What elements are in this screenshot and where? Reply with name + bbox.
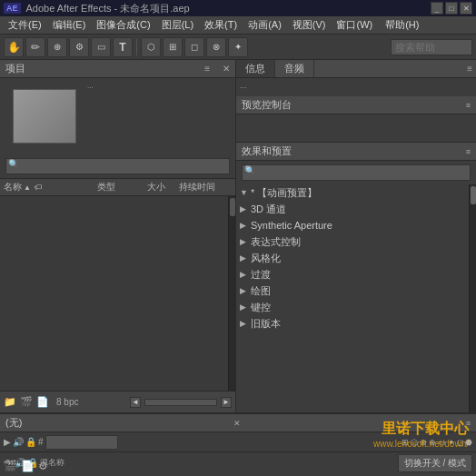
scroll-left-btn[interactable]: ◄ (130, 397, 141, 408)
tool-puppet[interactable]: ✦ (228, 37, 248, 57)
scroll-right-btn[interactable]: ► (221, 397, 232, 408)
menu-bar: 文件(E) 编辑(E) 图像合成(C) 图层(L) 效果(T) 动画(A) 视图… (0, 16, 476, 35)
effects-scrollbar[interactable] (469, 184, 476, 412)
info-content: ··· (236, 78, 476, 96)
tl-icon-5[interactable]: ▭ (438, 438, 446, 447)
tool-rotobrush[interactable]: ⊗ (206, 37, 226, 57)
effects-section-title: 效果和预置 (242, 144, 466, 158)
tab-audio[interactable]: 音频 (275, 60, 314, 77)
effect-label-2: Synthetic Aperture (251, 220, 332, 231)
col-header-size[interactable]: 大小 (147, 181, 179, 193)
tag-icon: 🏷 (35, 183, 42, 192)
new-comp-icon[interactable]: 🎬 (20, 396, 33, 408)
timeline-menu-btn[interactable]: ≡ (466, 419, 471, 428)
tool-brush[interactable]: ⬡ (141, 37, 161, 57)
meta-icons: ··· (87, 82, 94, 151)
bl-icon-1[interactable]: 🎬 (4, 460, 17, 472)
effect-item-expression-controls[interactable]: ▶ 表达式控制 (236, 233, 469, 250)
new-folder-icon[interactable]: 📁 (4, 396, 16, 408)
search-help-input[interactable] (391, 39, 472, 55)
tl-audio-icon[interactable]: 🔊 (13, 437, 24, 447)
project-panel-menu[interactable]: ≡ (204, 64, 210, 74)
menu-effects[interactable]: 效果(T) (200, 16, 242, 34)
minimize-button[interactable]: _ (431, 2, 443, 15)
tl-play-icon[interactable]: ▶ (4, 437, 11, 447)
bl-icon-2[interactable]: 📄 (21, 460, 35, 472)
tl-icon-4[interactable]: ⊕ (429, 438, 436, 447)
tool-orbit[interactable]: ⚙ (69, 37, 89, 57)
effect-item-synthetic-aperture[interactable]: ▶ Synthetic Aperture (236, 217, 469, 233)
timeline-search-input[interactable] (45, 435, 118, 450)
new-item-icon[interactable]: 📄 (36, 396, 49, 408)
tab-menu-btn[interactable]: ≡ (463, 64, 476, 74)
col-header-name[interactable]: 名称 ▲ 🏷 (4, 181, 97, 193)
tool-text[interactable]: T (113, 37, 133, 57)
effect-label-0: * 【动画预置】 (251, 186, 317, 200)
effects-search-wrap: 🔍 (242, 164, 471, 181)
tl-icon-6[interactable]: ✦ (448, 438, 455, 447)
effect-item-animation-presets[interactable]: ▼ * 【动画预置】 (236, 184, 469, 201)
thumbnail-area: ··· (0, 78, 235, 154)
effect-item-3d-channel[interactable]: ▶ 3D 通道 (236, 201, 469, 217)
effects-menu-btn[interactable]: ≡ (466, 147, 471, 156)
effect-label-8: 旧版本 (251, 317, 281, 331)
menu-file[interactable]: 文件(E) (4, 16, 46, 34)
tl-icon-2[interactable]: ⬡ (411, 438, 418, 447)
search-help-area (391, 39, 472, 55)
preview-content (236, 114, 476, 142)
menu-view[interactable]: 视图(V) (288, 16, 331, 34)
effect-label-4: 风格化 (251, 252, 281, 265)
close-button[interactable]: ✕ (460, 2, 472, 15)
effects-search-icon: 🔍 (245, 166, 255, 175)
project-search-wrap: 🔍 (5, 158, 230, 174)
tl-lock-icon[interactable]: 🔒 (25, 437, 36, 447)
tool-shape[interactable]: ▭ (91, 37, 111, 57)
tl-icon-3[interactable]: ⊗ (420, 438, 427, 447)
menu-animation[interactable]: 动画(A) (243, 16, 286, 34)
col-header-duration[interactable]: 持续时间 (179, 181, 224, 193)
project-panel-close[interactable]: ✕ (223, 64, 230, 74)
effect-item-keying[interactable]: ▶ 键控 (236, 299, 469, 315)
menu-help[interactable]: 帮助(H) (381, 16, 423, 34)
tl-icon-1[interactable]: ⊞ (402, 438, 409, 447)
effect-label-3: 表达式控制 (251, 235, 301, 249)
timeline-toolbar: ▶ 🔊 🔒 # ⊞ ⬡ ⊗ ⊕ ▭ ✦ ◻ ⬣ (0, 432, 476, 452)
tl-icon-7[interactable]: ◻ (457, 438, 463, 447)
tool-stamp[interactable]: ⊞ (163, 37, 183, 57)
effects-scrollbar-thumb[interactable] (471, 186, 476, 204)
window-controls[interactable]: _ □ ✕ (431, 2, 472, 15)
timeline-scrubber[interactable] (144, 399, 217, 406)
tool-select[interactable]: ✋ (4, 37, 24, 57)
right-panel: 信息 音频 ≡ ··· 预览控制台 ≡ 效果和预置 ≡ (236, 60, 476, 412)
effect-item-paint[interactable]: ▶ 绘图 (236, 283, 469, 299)
menu-window[interactable]: 窗口(W) (332, 16, 377, 34)
maximize-button[interactable]: □ (445, 2, 458, 15)
preview-thumbnail (13, 89, 76, 144)
effects-search: 🔍 (242, 164, 471, 181)
expand-icon-8: ▶ (240, 319, 251, 328)
menu-layer[interactable]: 图层(L) (157, 16, 198, 34)
preview-menu-btn[interactable]: ≡ (466, 101, 471, 110)
col-header-type[interactable]: 类型 (97, 181, 147, 193)
tool-pen[interactable]: ✏ (25, 37, 45, 57)
effect-item-legacy[interactable]: ▶ 旧版本 (236, 315, 469, 332)
tab-info[interactable]: 信息 (236, 60, 275, 77)
timeline-close[interactable]: ✕ (233, 419, 241, 428)
bpc-indicator: 8 bpc (56, 397, 78, 407)
effect-item-stylize[interactable]: ▶ 风格化 (236, 250, 469, 266)
title-bar: AE Adobe After Effects - 未命名项目.aep _ □ ✕ (0, 0, 476, 16)
project-search-input[interactable] (5, 158, 230, 174)
menu-edit[interactable]: 编辑(E) (48, 16, 91, 34)
expand-icon-2: ▶ (240, 221, 251, 230)
menu-composition[interactable]: 图像合成(C) (92, 16, 154, 34)
tool-zoom[interactable]: ⊕ (47, 37, 67, 57)
effect-label-6: 绘图 (251, 284, 271, 298)
tool-eraser[interactable]: ◻ (184, 37, 204, 57)
tl-icon-8[interactable]: ⬣ (465, 438, 472, 447)
switch-mode-button[interactable]: 切换开关 / 模式 (398, 454, 472, 472)
project-panel-header: 项目 ≡ ✕ (0, 60, 235, 78)
effect-item-transition[interactable]: ▶ 过渡 (236, 266, 469, 283)
bl-icon-3[interactable]: ⚙ (38, 460, 48, 472)
effects-search-input[interactable] (242, 164, 471, 181)
expand-icon-0: ▼ (240, 188, 251, 197)
